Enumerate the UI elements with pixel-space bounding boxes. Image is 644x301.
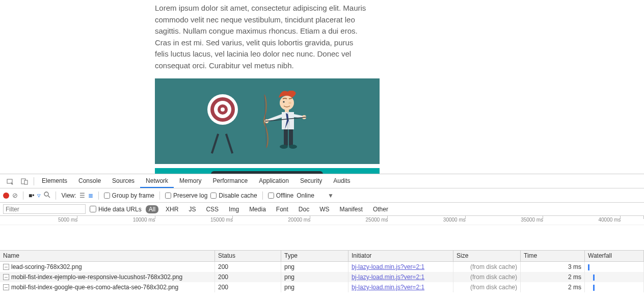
svg-point-7 [288, 102, 291, 104]
svg-rect-10 [284, 129, 288, 146]
tab-elements[interactable]: Elements [36, 174, 73, 188]
record-button[interactable] [3, 193, 9, 199]
row-status: 200 [215, 272, 281, 282]
network-filter-bar: Hide data URLs All XHR JS CSS Img Media … [0, 203, 644, 216]
banner-archer [155, 78, 380, 164]
tab-audits[interactable]: Audits [328, 174, 356, 188]
row-waterfall [585, 282, 644, 292]
row-waterfall [585, 272, 644, 282]
col-type[interactable]: Type [281, 251, 348, 261]
svg-point-4 [221, 107, 225, 112]
filter-input[interactable] [3, 204, 86, 214]
network-toolbar: ⊘ ■• ▿ View: ☰ ≣ Group by frame Preserve… [0, 188, 644, 203]
filter-img[interactable]: Img [226, 205, 242, 213]
svg-point-6 [283, 101, 284, 102]
row-time: 2 ms [521, 282, 585, 292]
throttling-select[interactable]: ▼ [328, 192, 334, 199]
archer-character [263, 91, 319, 159]
tab-console[interactable]: Console [73, 174, 106, 188]
tab-application[interactable]: Application [253, 174, 294, 188]
offline-checkbox[interactable]: Offline [268, 192, 293, 199]
row-size: (from disk cache) [453, 262, 521, 272]
clear-button[interactable]: ⊘ [12, 191, 18, 199]
col-time[interactable]: Time [521, 251, 585, 261]
row-type: png [281, 262, 348, 272]
easel-leg [211, 133, 219, 153]
row-waterfall [585, 262, 644, 272]
col-initiator[interactable]: Initiator [348, 251, 453, 261]
group-by-frame-checkbox[interactable]: Group by frame [104, 192, 154, 199]
row-type: png [281, 272, 348, 282]
online-label: Online [297, 192, 314, 199]
view-large-icon[interactable]: ☰ [79, 192, 85, 199]
filter-font[interactable]: Font [273, 205, 291, 213]
tick-label: 15000 ms [210, 217, 233, 223]
table-row[interactable]: mobil-fist-index-ejemplo-we-responsive-l… [0, 272, 644, 282]
col-waterfall[interactable]: Waterfall [585, 251, 644, 261]
network-table-body: lead-scoring-768x302.png 200 png bj-lazy… [0, 262, 644, 292]
search-icon[interactable] [44, 191, 50, 200]
tab-memory[interactable]: Memory [174, 174, 207, 188]
preserve-log-checkbox[interactable]: Preserve log [165, 192, 207, 199]
row-name: mobil-fist-index-ejemplo-we-responsive-l… [11, 273, 182, 281]
row-name: mobil-fist-index-google-que-es-como-afec… [11, 284, 178, 291]
timeline-ruler: 5000 ms 10000 ms 15000 ms 20000 ms 25000… [0, 216, 644, 225]
tab-sources[interactable]: Sources [106, 174, 140, 188]
inspect-icon[interactable] [3, 175, 17, 188]
lorem-paragraph: Lorem ipsum dolor sit amet, consectetur … [155, 3, 369, 71]
tick-label: 35000 ms [521, 217, 543, 223]
row-initiator-link[interactable]: bj-lazy-load.min.js?ver=2:1 [352, 263, 424, 270]
svg-point-12 [280, 145, 288, 149]
row-time: 3 ms [521, 262, 585, 272]
network-table-header: Name Status Type Initiator Size Time Wat… [0, 251, 644, 262]
col-size[interactable]: Size [453, 251, 521, 261]
devtools-tabs: Elements Console Sources Network Memory … [0, 174, 644, 188]
file-icon [3, 284, 9, 290]
filter-all[interactable]: All [146, 205, 158, 213]
tab-performance[interactable]: Performance [207, 174, 253, 188]
filter-other[interactable]: Other [370, 205, 391, 213]
filter-css[interactable]: CSS [203, 205, 222, 213]
easel-leg [225, 133, 233, 153]
svg-line-22 [48, 196, 50, 198]
file-icon [3, 264, 9, 270]
row-size: (from disk cache) [453, 282, 521, 292]
table-row[interactable]: lead-scoring-768x302.png 200 png bj-lazy… [0, 262, 644, 272]
filter-xhr[interactable]: XHR [163, 205, 181, 213]
row-time: 2 ms [521, 272, 585, 282]
filter-media[interactable]: Media [246, 205, 269, 213]
view-small-icon[interactable]: ≣ [88, 192, 93, 199]
devtools-panel: Elements Console Sources Network Memory … [0, 174, 644, 301]
disable-cache-checkbox[interactable]: Disable cache [210, 192, 257, 199]
tick-label: 25000 ms [366, 217, 388, 223]
svg-rect-11 [289, 129, 293, 146]
camera-icon[interactable]: ■• [29, 192, 34, 199]
tab-network[interactable]: Network [140, 174, 174, 188]
tick-label: 10000 ms [133, 217, 155, 223]
svg-point-21 [44, 192, 48, 196]
row-size: (from disk cache) [453, 272, 521, 282]
network-timeline[interactable]: 5000 ms 10000 ms 15000 ms 20000 ms 25000… [0, 216, 644, 251]
target-icon [207, 94, 238, 125]
svg-point-13 [289, 145, 297, 149]
filter-ws[interactable]: WS [316, 205, 332, 213]
table-row[interactable]: mobil-fist-index-google-que-es-como-afec… [0, 282, 644, 292]
row-initiator-link[interactable]: bj-lazy-load.min.js?ver=2:1 [352, 273, 424, 281]
row-name: lead-scoring-768x302.png [11, 263, 82, 270]
file-icon [3, 274, 9, 280]
col-name[interactable]: Name [0, 251, 215, 261]
filter-js[interactable]: JS [185, 205, 199, 213]
row-initiator-link[interactable]: bj-lazy-load.min.js?ver=2:1 [352, 284, 424, 291]
device-toggle-icon[interactable] [17, 175, 32, 188]
tick-label: 5000 ms [58, 217, 77, 223]
page-content: Lorem ipsum dolor sit amet, consectetur … [0, 0, 644, 199]
tick-label: 30000 ms [443, 217, 466, 223]
tab-security[interactable]: Security [294, 174, 328, 188]
hide-data-urls-checkbox[interactable]: Hide data URLs [90, 206, 142, 213]
filter-toggle-icon[interactable]: ▿ [37, 191, 41, 199]
filter-manifest[interactable]: Manifest [337, 205, 366, 213]
view-label: View: [61, 192, 76, 199]
tick-label: 20000 ms [288, 217, 310, 223]
filter-doc[interactable]: Doc [296, 205, 312, 213]
col-status[interactable]: Status [215, 251, 281, 261]
